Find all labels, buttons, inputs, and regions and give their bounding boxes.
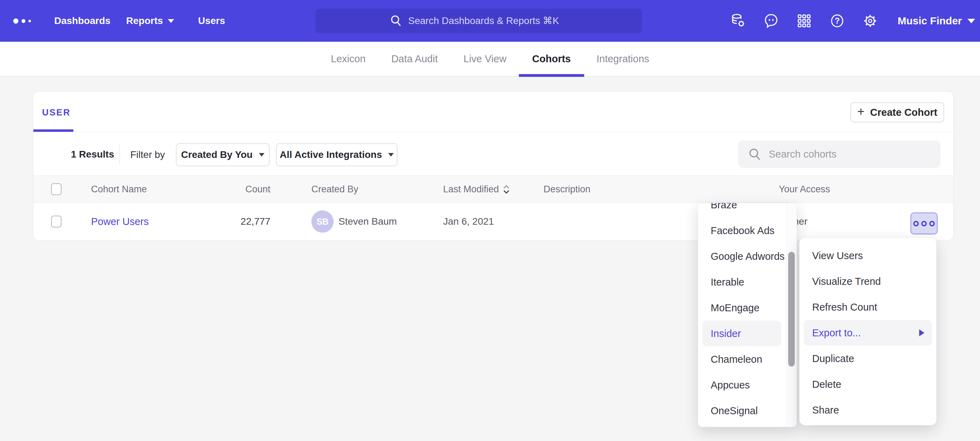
brand-logo-icon[interactable] (13, 0, 31, 42)
create-cohort-button[interactable]: + Create Cohort (850, 102, 944, 122)
cohort-name-link[interactable]: Power Users (91, 216, 149, 227)
column-your-access[interactable]: Your Access (779, 176, 830, 203)
chevron-down-icon (259, 153, 264, 157)
svg-text:?: ? (835, 16, 840, 26)
chevron-down-icon (168, 19, 174, 23)
tab-lexicon[interactable]: Lexicon (331, 42, 366, 76)
global-search[interactable] (315, 9, 642, 33)
data-management-icon[interactable] (730, 13, 746, 29)
nav-icon-group: ? (730, 0, 878, 42)
export-submenu-item-braze[interactable]: Braze (698, 203, 785, 218)
created-by-filter-dropdown[interactable]: Created By You (176, 143, 270, 166)
select-all-checkbox[interactable] (51, 183, 62, 195)
tab-cohorts[interactable]: Cohorts (532, 42, 571, 76)
row-context-menu: View Users Visualize Trend Refresh Count… (799, 238, 937, 425)
submenu-scrollbar-thumb[interactable] (788, 252, 795, 367)
export-submenu-item-facebook-ads[interactable]: Facebook Ads (698, 218, 785, 243)
export-submenu-item-moengage[interactable]: MoEngage (698, 295, 785, 321)
active-tab-underline (33, 129, 73, 132)
feedback-icon[interactable] (763, 13, 779, 29)
nav-item-dashboards[interactable]: Dashboards (54, 0, 110, 42)
table-header: Cohort Name Count Created By Last Modifi… (33, 175, 953, 203)
export-submenu-item-google-adwords[interactable]: Google Adwords (698, 243, 785, 269)
menu-item-export-to[interactable]: Export to... (804, 320, 932, 346)
menu-item-duplicate[interactable]: Duplicate (800, 346, 936, 371)
settings-gear-icon[interactable] (862, 13, 878, 29)
submenu-scrollbar-track[interactable] (786, 203, 797, 427)
ellipsis-icon (913, 221, 919, 227)
help-icon[interactable]: ? (829, 13, 845, 29)
cohorts-panel: USER + Create Cohort 1 Results Filter by… (33, 91, 954, 240)
tab-live-view[interactable]: Live View (464, 42, 507, 76)
sort-icon (503, 185, 510, 194)
last-modified-date: Jan 6, 2021 (443, 203, 494, 240)
tab-user-cohorts[interactable]: USER (42, 107, 70, 118)
column-last-modified[interactable]: Last Modified (443, 176, 510, 203)
export-submenu-item-onesignal[interactable]: OneSignal (698, 398, 785, 423)
cohort-count: 22,777 (200, 203, 270, 240)
row-actions-button[interactable] (910, 213, 938, 235)
column-count[interactable]: Count (200, 176, 270, 203)
export-submenu-item-iterable[interactable]: Iterable (698, 269, 785, 295)
menu-item-delete[interactable]: Delete (800, 371, 936, 397)
column-created-by[interactable]: Created By (311, 176, 358, 203)
menu-item-visualize-trend[interactable]: Visualize Trend (800, 268, 936, 294)
section-tabs: Lexicon Data Audit Live View Cohorts Int… (0, 42, 980, 77)
nav-item-reports[interactable]: Reports (126, 0, 174, 42)
table-row: Power Users 22,777 SB Steven Baum Jan 6,… (33, 203, 953, 240)
integrations-filter-dropdown[interactable]: All Active Integrations (276, 143, 398, 166)
search-icon (748, 147, 762, 161)
cohort-search-input[interactable] (769, 149, 922, 160)
workspace-switcher[interactable]: Music Finder (898, 0, 975, 42)
column-description[interactable]: Description (544, 176, 590, 203)
column-cohort-name[interactable]: Cohort Name (91, 176, 147, 203)
export-submenu-item-chameleon[interactable]: Chameleon (698, 347, 785, 372)
tab-integrations[interactable]: Integrations (597, 42, 649, 76)
export-destination-submenu: Braze Facebook Ads Google Adwords Iterab… (698, 203, 797, 427)
menu-item-view-users[interactable]: View Users (800, 243, 936, 268)
export-submenu-item-insider[interactable]: Insider (702, 321, 781, 347)
row-checkbox[interactable] (51, 216, 62, 227)
cohort-search[interactable] (738, 141, 940, 168)
menu-item-refresh-count[interactable]: Refresh Count (800, 294, 936, 320)
chevron-down-icon (967, 19, 975, 23)
apps-grid-icon[interactable] (796, 13, 812, 29)
global-search-input[interactable] (408, 15, 568, 26)
tab-data-audit[interactable]: Data Audit (391, 42, 438, 76)
submenu-arrow-icon (919, 329, 924, 336)
menu-item-share[interactable]: Share (800, 397, 936, 423)
nav-item-users[interactable]: Users (198, 0, 225, 42)
creator-avatar: SB (311, 211, 334, 233)
plus-icon: + (858, 105, 865, 118)
filter-by-label: Filter by (130, 149, 165, 160)
search-icon (390, 14, 403, 27)
export-submenu-item-appcues[interactable]: Appcues (698, 372, 785, 398)
chevron-down-icon (388, 153, 394, 157)
results-count: 1 Results (71, 149, 115, 160)
top-nav-bar: Dashboards Reports Users (0, 0, 980, 42)
creator-name: Steven Baum (339, 203, 397, 240)
